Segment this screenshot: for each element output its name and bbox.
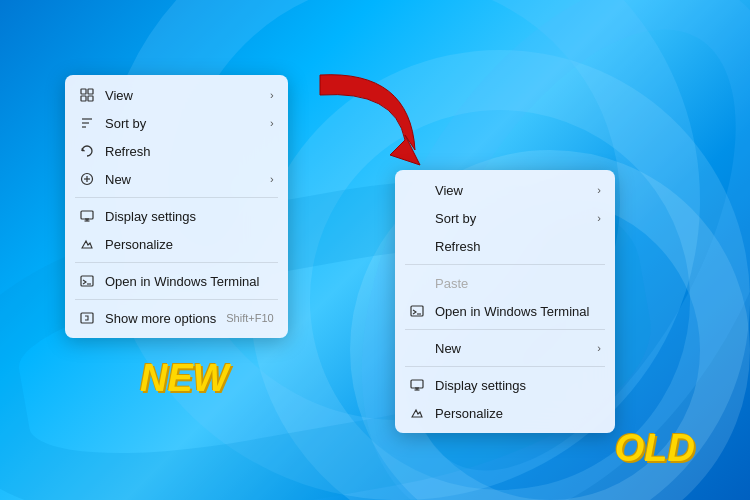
old-new-label: New: [105, 172, 131, 187]
sort-icon: [409, 210, 425, 226]
old-separator-2: [75, 262, 278, 263]
terminal-icon: [409, 303, 425, 319]
new-context-menu: View › Sort by › Refresh Paste Open in W…: [395, 170, 615, 433]
sort-icon: [79, 115, 95, 131]
new-sort-label: Sort by: [435, 211, 476, 226]
old-menu-item-terminal[interactable]: Open in Windows Terminal: [65, 267, 288, 295]
arrow-right-icon: ›: [270, 117, 274, 129]
arrow-right-icon: ›: [270, 89, 274, 101]
old-personalize-label: Personalize: [105, 237, 173, 252]
old-refresh-label: Refresh: [105, 144, 151, 159]
new-icon: [409, 340, 425, 356]
svg-rect-10: [81, 211, 93, 219]
arrow-right-icon: ›: [270, 173, 274, 185]
label-old: OLD: [615, 427, 695, 470]
new-menu-item-new[interactable]: New ›: [395, 334, 615, 362]
old-menu-item-personalize[interactable]: Personalize: [65, 230, 288, 258]
new-menu-item-display[interactable]: Display settings: [395, 371, 615, 399]
svg-rect-2: [81, 96, 86, 101]
refresh-icon: [79, 143, 95, 159]
svg-rect-3: [88, 96, 93, 101]
new-new-label: New: [435, 341, 461, 356]
personalize-icon: [79, 236, 95, 252]
new-view-label: View: [435, 183, 463, 198]
view-icon: [409, 182, 425, 198]
new-separator-2: [405, 329, 605, 330]
personalize-icon: [409, 405, 425, 421]
old-menu-item-sort[interactable]: Sort by ›: [65, 109, 288, 137]
new-menu-item-refresh[interactable]: Refresh: [395, 232, 615, 260]
svg-rect-16: [81, 313, 93, 323]
new-icon: [79, 171, 95, 187]
new-menu-item-personalize[interactable]: Personalize: [395, 399, 615, 427]
new-separator-3: [405, 366, 605, 367]
new-menu-item-view[interactable]: View ›: [395, 176, 615, 204]
old-sort-label: Sort by: [105, 116, 146, 131]
svg-rect-1: [88, 89, 93, 94]
old-separator-1: [75, 197, 278, 198]
new-menu-item-paste[interactable]: Paste: [395, 269, 615, 297]
arrow-right-icon: ›: [597, 342, 601, 354]
old-menu-item-display[interactable]: Display settings: [65, 202, 288, 230]
new-menu-item-terminal[interactable]: Open in Windows Terminal: [395, 297, 615, 325]
old-display-label: Display settings: [105, 209, 196, 224]
old-menu-item-refresh[interactable]: Refresh: [65, 137, 288, 165]
shortcut-label: Shift+F10: [226, 312, 273, 324]
arrow-right-icon: ›: [597, 212, 601, 224]
display-icon: [409, 377, 425, 393]
old-menu-item-view[interactable]: View ›: [65, 81, 288, 109]
refresh-icon: [409, 238, 425, 254]
old-separator-3: [75, 299, 278, 300]
new-separator-1: [405, 264, 605, 265]
svg-rect-19: [411, 380, 423, 388]
old-terminal-label: Open in Windows Terminal: [105, 274, 259, 289]
grid-icon: [79, 87, 95, 103]
new-terminal-label: Open in Windows Terminal: [435, 304, 589, 319]
more-icon: [79, 310, 95, 326]
old-menu-item-new[interactable]: New ›: [65, 165, 288, 193]
arrow-right-icon: ›: [597, 184, 601, 196]
new-menu-item-sort[interactable]: Sort by ›: [395, 204, 615, 232]
new-display-label: Display settings: [435, 378, 526, 393]
svg-rect-0: [81, 89, 86, 94]
new-personalize-label: Personalize: [435, 406, 503, 421]
terminal-icon: [79, 273, 95, 289]
old-context-menu: View › Sort by › Refresh New › Display s…: [65, 75, 288, 338]
display-icon: [79, 208, 95, 224]
old-menu-item-more[interactable]: Show more options Shift+F10: [65, 304, 288, 332]
paste-icon: [409, 275, 425, 291]
new-refresh-label: Refresh: [435, 239, 481, 254]
new-paste-label: Paste: [435, 276, 468, 291]
label-new: NEW: [140, 357, 229, 400]
old-more-label: Show more options: [105, 311, 216, 326]
old-view-label: View: [105, 88, 133, 103]
